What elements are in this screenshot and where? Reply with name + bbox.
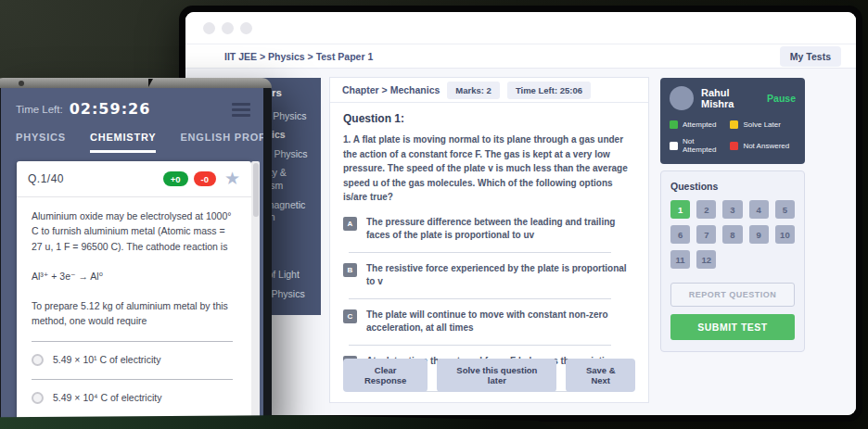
window-control-dot[interactable] xyxy=(203,22,215,34)
my-tests-button[interactable]: My Tests xyxy=(780,46,841,67)
window-control-dot[interactable] xyxy=(240,22,252,34)
question-paragraph: Aluminium oxide may be electrolysed at 1… xyxy=(32,208,238,254)
question-number-button[interactable]: 6 xyxy=(670,225,690,244)
question-panel-header: Chapter > Mechanics Marks: 2 Time Left: … xyxy=(330,78,648,103)
option-block: B The resistive force experienced by the… xyxy=(343,262,635,299)
question-title: Question 1: xyxy=(343,112,635,125)
legend-label: Not Answered xyxy=(743,142,789,150)
side-panel: Rahul Mishra Pause Attempted xyxy=(660,78,805,352)
time-left-value: 02:59:26 xyxy=(70,100,151,118)
chemical-equation: Al³⁺ + 3e⁻ → Al⁰ xyxy=(32,269,238,284)
questions-title: Questions xyxy=(670,181,795,192)
question-number-button[interactable]: 5 xyxy=(775,200,795,219)
legend-swatch xyxy=(730,142,738,150)
mobile-question-card: Q.1/40 +0 -0 ★ Aluminium oxide may be el… xyxy=(17,161,251,429)
question-counter: Q.1/40 xyxy=(28,172,64,185)
question-number-button[interactable]: 9 xyxy=(749,225,769,244)
answer-option[interactable]: 5.49 × 10¹ C of electricity xyxy=(17,342,251,373)
question-text: 1. A flat plate is moving normal to its … xyxy=(343,132,635,205)
main-content: Chapters General Physics Mechanics Therm… xyxy=(185,69,856,415)
window-control-dot[interactable] xyxy=(222,22,234,34)
legend-swatch xyxy=(670,142,678,150)
negative-marks-badge: -0 xyxy=(194,171,216,186)
option-letter-badge[interactable]: C xyxy=(343,309,357,323)
answer-option[interactable]: C The plate will continue to move with c… xyxy=(343,309,635,335)
legend-item: Not Attempted xyxy=(670,137,726,154)
mobile-question-header: Q.1/40 +0 -0 ★ xyxy=(17,161,251,196)
legend-item: Attempted xyxy=(670,120,726,129)
chapter-path: Chapter > Mechanics xyxy=(342,84,440,95)
menu-icon[interactable] xyxy=(232,101,250,117)
clear-response-button[interactable]: Clear Response xyxy=(343,359,428,392)
question-number-grid: 1 2 3 4 5 6 7 xyxy=(670,200,795,269)
mobile-option-block: 5.49 × 10¹ C of electricity xyxy=(17,341,251,373)
device-top-edge xyxy=(0,78,272,88)
question-actions: Clear Response Solve this question later… xyxy=(343,359,635,392)
answer-option[interactable]: 5.49 × 10⁴ C of electricity xyxy=(17,380,251,411)
subject-tab[interactable]: PHYSICS xyxy=(16,132,66,153)
question-number-button[interactable]: 3 xyxy=(722,200,742,219)
option-letter-badge[interactable]: B xyxy=(343,263,357,277)
report-question-button[interactable]: REPORT QUESTION xyxy=(670,283,795,307)
legend-swatch xyxy=(670,120,678,129)
question-number-button[interactable]: 12 xyxy=(696,250,716,269)
legend-item: Solve Later xyxy=(730,120,796,129)
save-next-button[interactable]: Save & Next xyxy=(566,359,635,392)
avatar xyxy=(670,86,694,110)
mobile-option-block: 5.49 × 10⁴ C of electricity xyxy=(17,379,251,411)
question-number-button[interactable]: 8 xyxy=(722,225,742,244)
bookmark-star-icon[interactable]: ★ xyxy=(224,172,240,185)
mobile-screen: Time Left: 02:59:26 PHYSICS CHEMISTRY EN… xyxy=(1,88,263,429)
mobile-question-text: Aluminium oxide may be electrolysed at 1… xyxy=(17,197,251,329)
option-text: The plate will continue to move with con… xyxy=(366,309,635,335)
subject-tab[interactable]: ENGLISH PROFICIENCY xyxy=(180,132,263,153)
submit-test-button[interactable]: SUBMIT TEST xyxy=(670,314,795,340)
solve-later-button[interactable]: Solve this question later xyxy=(437,359,556,392)
legend-item: Not Answered xyxy=(730,137,796,154)
mobile-header: Time Left: 02:59:26 xyxy=(1,88,263,118)
legend-label: Not Attempted xyxy=(683,137,726,154)
subject-tab-bar: PHYSICS CHEMISTRY ENGLISH PROFICIENCY xyxy=(1,118,263,153)
time-left-label: Time Left: xyxy=(16,104,63,115)
question-number-button[interactable]: 1 xyxy=(670,200,690,219)
browser-chrome xyxy=(185,12,856,44)
status-legend: Attempted Solve Later Not At xyxy=(670,120,796,154)
scrollbar-thumb[interactable] xyxy=(253,163,259,217)
option-text: 5.49 × 10¹ C of electricity xyxy=(53,354,160,365)
question-body: Question 1: 1. A flat plate is moving no… xyxy=(330,103,648,392)
question-paragraph: To prepare 5.12 kg of aluminium metal by… xyxy=(32,298,238,329)
divider xyxy=(349,252,611,253)
marks-badge: Marks: 2 xyxy=(447,82,500,99)
desktop-browser-window: IIT JEE > Physics > Test Paper 1 My Test… xyxy=(179,6,862,422)
question-number-button[interactable]: 2 xyxy=(696,200,716,219)
answer-option[interactable]: B The resistive force experienced by the… xyxy=(343,262,635,289)
positive-marks-badge: +0 xyxy=(163,171,188,186)
question-number-button[interactable]: 11 xyxy=(670,250,690,269)
radio-icon[interactable] xyxy=(32,354,44,366)
question-number-button[interactable]: 4 xyxy=(749,200,769,219)
mobile-options-list: 5.49 × 10¹ C of electricity 5.49 × 10⁴ C… xyxy=(17,341,251,411)
legend-swatch xyxy=(730,120,738,129)
user-name: Rahul Mishra xyxy=(701,87,760,109)
question-panel: Chapter > Mechanics Marks: 2 Time Left: … xyxy=(329,77,649,403)
option-block: A The pressure difference between the le… xyxy=(343,216,635,253)
question-number-button[interactable]: 10 xyxy=(775,225,795,244)
option-letter-badge[interactable]: A xyxy=(343,217,357,231)
legend-label: Attempted xyxy=(683,120,716,129)
browser-viewport: IIT JEE > Physics > Test Paper 1 My Test… xyxy=(185,12,856,415)
answer-option[interactable]: A The pressure difference between the le… xyxy=(343,216,635,243)
radio-icon[interactable] xyxy=(32,392,44,404)
subject-tab[interactable]: CHEMISTRY xyxy=(90,132,157,153)
top-nav-bar: IIT JEE > Physics > Test Paper 1 My Test… xyxy=(185,44,856,69)
profile-card: Rahul Mishra Pause Attempted xyxy=(660,78,805,164)
pause-button[interactable]: Pause xyxy=(767,93,796,104)
option-text: The resistive force experienced by the p… xyxy=(366,262,635,289)
scrollbar[interactable] xyxy=(251,161,260,429)
option-text: 5.49 × 10⁴ C of electricity xyxy=(53,392,161,403)
divider xyxy=(349,298,611,299)
breadcrumb[interactable]: IIT JEE > Physics > Test Paper 1 xyxy=(224,51,373,62)
questions-navigator: Questions 1 2 3 4 5 xyxy=(660,170,805,352)
question-number-button[interactable]: 7 xyxy=(696,225,716,244)
composite-scene: IIT JEE > Physics > Test Paper 1 My Test… xyxy=(0,0,868,429)
camera-icon xyxy=(19,81,24,86)
